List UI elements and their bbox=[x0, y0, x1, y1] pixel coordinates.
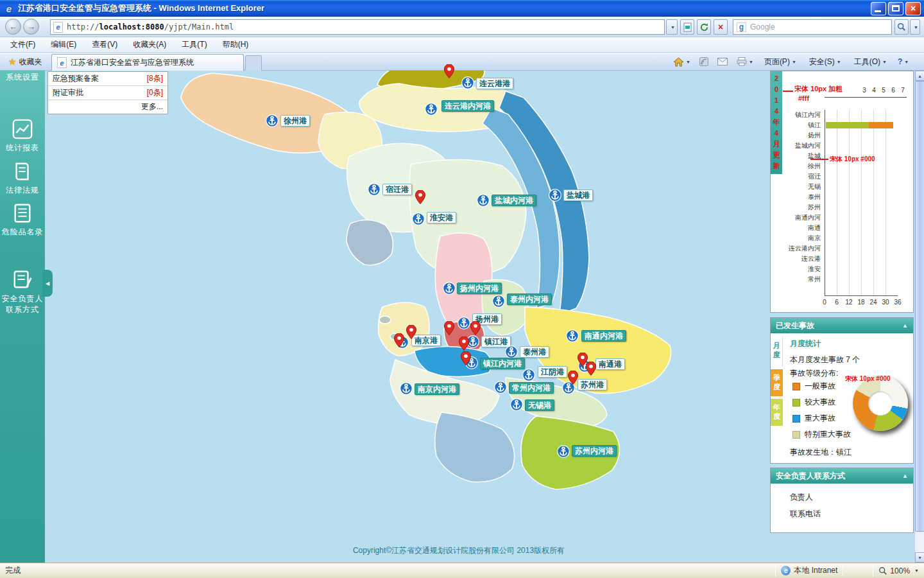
back-button[interactable]: ← bbox=[5, 19, 21, 35]
monthly-summary: 本月度发生事故 7 个 bbox=[790, 355, 860, 365]
quick-row-label: 附证审批 bbox=[53, 87, 83, 98]
minimize-button[interactable] bbox=[871, 2, 886, 15]
map-region-hongze-lake bbox=[346, 220, 393, 265]
quick-panel-row[interactable]: 附证审批[0条] bbox=[48, 86, 167, 100]
sidebar-item-statistics[interactable]: 统计报表 bbox=[0, 118, 45, 153]
map-region-taihu-lake bbox=[435, 412, 515, 482]
legend-label: 特别重大事故 bbox=[805, 429, 851, 440]
sidebar-item-system-settings[interactable]: 系统设置 bbox=[0, 72, 45, 83]
help-button[interactable]: ?▼ bbox=[896, 56, 911, 67]
list-icon bbox=[12, 202, 33, 224]
chart-category-label: 连云港 bbox=[782, 254, 823, 264]
read-mail-button[interactable] bbox=[715, 57, 730, 67]
book-icon bbox=[12, 161, 33, 182]
legend-swatch bbox=[792, 383, 800, 390]
accident-location: 事故发生地：镇江 bbox=[790, 447, 851, 458]
annotation-leader-line bbox=[783, 91, 793, 92]
map-island bbox=[379, 316, 391, 324]
toolbar-button[interactable]: 页面(P)▼ bbox=[760, 55, 800, 69]
tab-active[interactable]: e 江苏省港口安全监管与应急管理系统 bbox=[51, 54, 244, 71]
design-annotation: 宋体 10px #000 bbox=[845, 374, 891, 383]
quick-row-label: 应急预案备案 bbox=[53, 73, 99, 84]
chevron-down-icon: ▼ bbox=[837, 60, 841, 64]
quick-panel-row[interactable]: 应急预案备案[8条] bbox=[48, 72, 167, 86]
axis-tick-label: 18 bbox=[857, 299, 866, 306]
tab-yearly[interactable]: 年度 bbox=[771, 399, 783, 426]
chart-category-label: 徐州 bbox=[782, 161, 823, 171]
home-button[interactable]: ▼ bbox=[671, 56, 692, 68]
sidebar-item-laws[interactable]: 法律法规 bbox=[0, 161, 45, 196]
menu-item[interactable]: 编辑(E) bbox=[43, 37, 84, 52]
collapse-arrow-icon[interactable]: ▲ bbox=[902, 322, 908, 329]
menu-item[interactable]: 帮助(H) bbox=[215, 37, 257, 52]
security-zone[interactable]: e 本地 Intranet bbox=[781, 565, 837, 576]
chart-category-label: 常州 bbox=[782, 274, 823, 285]
navigation-bar: ← → e http://localhost:8080/yjpt/Main.ht… bbox=[0, 17, 924, 37]
sidebar-item-dangerous-goods[interactable]: 危险品名录 bbox=[0, 202, 45, 238]
accident-donut-chart bbox=[853, 376, 908, 431]
mail-icon bbox=[717, 58, 728, 66]
menu-item[interactable]: 收藏夹(A) bbox=[125, 37, 174, 52]
refresh-button[interactable] bbox=[697, 19, 711, 35]
forward-button[interactable]: → bbox=[23, 19, 39, 35]
toolbar-button[interactable]: 安全(S)▼ bbox=[805, 55, 845, 69]
map-region-taizhou bbox=[482, 280, 528, 335]
refresh-icon bbox=[699, 22, 709, 32]
address-bar[interactable]: e http://localhost:8080/yjpt/Main.html bbox=[50, 19, 665, 35]
print-button[interactable]: ▼ bbox=[735, 56, 755, 67]
chart-bar bbox=[826, 122, 893, 128]
accident-legend: 一般事故较大事故重大事故特别重大事故 bbox=[792, 378, 851, 442]
status-bar: 完成 e 本地 Intranet 100% ▼ bbox=[0, 563, 924, 578]
chart-icon bbox=[12, 118, 33, 140]
legend-label: 一般事故 bbox=[805, 381, 835, 392]
contact-form-icon bbox=[12, 268, 33, 290]
tab-quarterly[interactable]: 季度 bbox=[771, 369, 783, 396]
chart-plot-area bbox=[825, 110, 898, 296]
search-options-dropdown[interactable]: ▼ bbox=[910, 19, 920, 35]
more-link[interactable]: 更多... bbox=[48, 100, 167, 114]
close-button[interactable]: × bbox=[905, 2, 921, 15]
scrollbar-thumb[interactable] bbox=[915, 81, 924, 532]
section-title: 月度统计 bbox=[790, 338, 821, 349]
chart-bar-segment bbox=[826, 122, 869, 128]
favorites-button[interactable]: ★ 收藏夹 bbox=[3, 55, 48, 69]
legend-item: 特别重大事故 bbox=[792, 426, 851, 442]
map-region-nanjing bbox=[379, 302, 430, 356]
chevron-down-icon: ▼ bbox=[882, 60, 887, 64]
menu-item[interactable]: 工具(T) bbox=[174, 37, 214, 52]
menu-item[interactable]: 查看(V) bbox=[84, 37, 125, 52]
printer-icon bbox=[737, 57, 747, 66]
contact-panel: 安全负责人联系方式 ▲ 负责人联系电话 bbox=[770, 468, 914, 533]
new-tab-button[interactable] bbox=[245, 55, 262, 71]
address-dropdown-button[interactable]: ▼ bbox=[666, 19, 678, 35]
feeds-button[interactable] bbox=[697, 56, 710, 67]
zoom-control[interactable]: 100% ▼ bbox=[878, 566, 919, 575]
sidebar-item-safety-contact[interactable]: 安全负责人 联系方式 bbox=[0, 268, 45, 315]
axis-tick-label: 24 bbox=[869, 299, 878, 306]
search-input[interactable]: g Google bbox=[733, 19, 892, 35]
zoom-magnifier-icon bbox=[878, 566, 887, 575]
compatibility-view-button[interactable] bbox=[680, 19, 694, 35]
contact-panel-header[interactable]: 安全负责人联系方式 ▲ bbox=[771, 468, 913, 484]
stop-button[interactable]: × bbox=[714, 19, 728, 35]
toolbar-button[interactable]: 工具(O)▼ bbox=[850, 55, 891, 69]
tab-monthly[interactable]: 月度 bbox=[771, 337, 783, 367]
accident-panel-header[interactable]: 已发生事故 ▲ bbox=[771, 318, 913, 333]
maximize-button[interactable] bbox=[888, 2, 903, 15]
axis-tick-label: 6 bbox=[832, 299, 841, 306]
intranet-zone-icon: e bbox=[781, 566, 791, 575]
sidebar-collapse-handle[interactable]: ◀ bbox=[42, 270, 53, 297]
legend-label: 重大事故 bbox=[805, 413, 835, 424]
menu-item[interactable]: 文件(F) bbox=[3, 37, 43, 52]
search-placeholder: Google bbox=[750, 22, 775, 31]
toolbar-button-label: 工具(O) bbox=[854, 57, 880, 67]
sidebar: 系统设置 统计报表 法律法规 危险品名录 安全负责人 联系方式 bbox=[0, 71, 45, 563]
vertical-scrollbar[interactable]: ▲ ▼ bbox=[914, 71, 924, 563]
scroll-down-button[interactable]: ▼ bbox=[915, 552, 924, 563]
legend-swatch bbox=[792, 431, 800, 439]
favorites-bar: ★ 收藏夹 e 江苏省港口安全监管与应急管理系统 ▼ ▼ 页面(P)▼安全(S)… bbox=[0, 53, 924, 71]
collapse-arrow-icon[interactable]: ▲ bbox=[902, 473, 908, 479]
search-button[interactable] bbox=[894, 19, 909, 35]
scroll-up-button[interactable]: ▲ bbox=[915, 71, 924, 81]
quick-row-count: [0条] bbox=[147, 87, 163, 98]
